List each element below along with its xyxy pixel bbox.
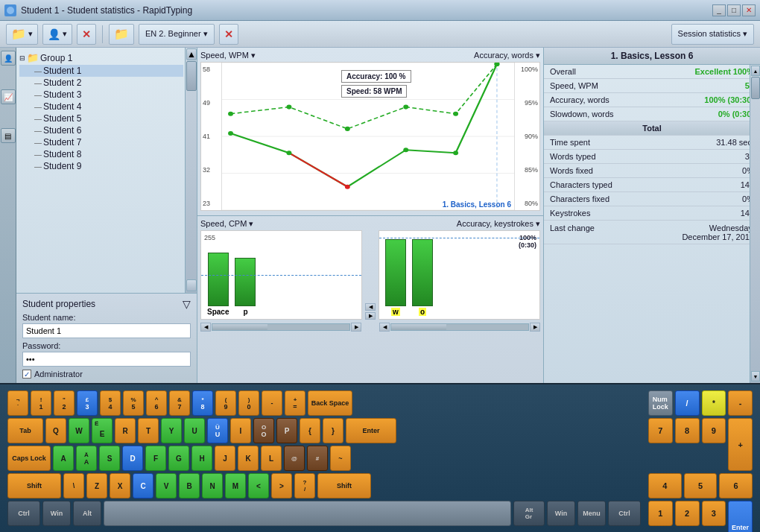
scroll-left-btn-2[interactable]: ◀	[379, 323, 390, 332]
scroll-track-right[interactable]	[390, 323, 529, 331]
key-o[interactable]: OO	[253, 418, 274, 443]
student-item-9[interactable]: — Student 9	[19, 160, 183, 172]
key-7[interactable]: &7	[169, 390, 190, 416]
numpad-7[interactable]: 7	[648, 418, 673, 443]
key-a[interactable]: A	[53, 446, 74, 471]
numpad-1[interactable]: 1	[648, 501, 673, 526]
key-ctrl-left[interactable]: Ctrl	[7, 501, 40, 526]
numpad-minus[interactable]: -	[728, 390, 753, 416]
window-controls[interactable]: _ □ ✕	[712, 4, 756, 16]
key-8[interactable]: *8	[192, 390, 213, 416]
numpad-3[interactable]: 3	[702, 501, 726, 526]
key-j[interactable]: J	[215, 446, 235, 471]
scroll-up-arrow[interactable]: ▲	[186, 48, 197, 60]
scroll-thumb-right[interactable]	[391, 324, 446, 330]
key-n[interactable]: N	[202, 473, 223, 498]
chart-icon-button[interactable]: 📈	[1, 89, 16, 104]
key-apostrophe[interactable]: #	[307, 446, 328, 471]
stats-scroll-up[interactable]: ▲	[751, 66, 760, 76]
key-alt-left[interactable]: Alt	[73, 501, 101, 526]
speed-wpm-title[interactable]: Speed, WPM ▾	[200, 51, 256, 60]
numpad-enter[interactable]: Enter	[728, 501, 753, 532]
key-win-left[interactable]: Win	[42, 501, 71, 526]
key-b[interactable]: B	[179, 473, 200, 498]
minimize-button[interactable]: _	[712, 4, 726, 16]
key-y[interactable]: Y	[161, 418, 182, 443]
maximize-button[interactable]: □	[727, 4, 741, 16]
close-button[interactable]: ✕	[742, 4, 756, 16]
course-folder-button[interactable]: 📁	[109, 24, 134, 45]
session-dropdown[interactable]: Session statistics ▾	[671, 24, 754, 45]
student-item-5[interactable]: — Student 5	[19, 113, 183, 124]
person-icon-button[interactable]: 👤	[1, 51, 16, 66]
key-z[interactable]: Z	[86, 473, 107, 498]
key-capslock[interactable]: Caps Lock	[7, 446, 51, 471]
scroll-track-left[interactable]	[212, 323, 350, 331]
scroll-thumb-left[interactable]	[212, 324, 267, 330]
numpad-plus[interactable]: +	[728, 418, 753, 471]
course-close-button[interactable]: ✕	[219, 24, 238, 45]
key-backspace[interactable]: Back Space	[308, 390, 352, 416]
key-9[interactable]: (9	[215, 390, 236, 416]
numpad-2[interactable]: 2	[675, 501, 700, 526]
key-u[interactable]: U	[184, 418, 205, 443]
scroll-down-arrow[interactable]	[186, 279, 197, 291]
accuracy-keystrokes-title[interactable]: Accuracy, keystrokes ▾	[457, 219, 540, 229]
key-d[interactable]: D	[122, 446, 143, 471]
numpad-5[interactable]: 5	[684, 473, 718, 498]
key-backtick[interactable]: ¬`	[7, 390, 28, 416]
key-h[interactable]: H	[191, 446, 212, 471]
numpad-slash[interactable]: /	[675, 390, 700, 416]
key-5[interactable]: %5	[123, 390, 144, 416]
key-close-bracket[interactable]: }	[323, 418, 343, 443]
key-comma[interactable]: <	[248, 473, 269, 498]
key-t[interactable]: T	[138, 418, 159, 443]
student-item-6[interactable]: — Student 6	[19, 124, 183, 136]
key-r[interactable]: R	[115, 418, 136, 443]
key-v[interactable]: V	[156, 473, 177, 498]
numpad-9[interactable]: 9	[702, 418, 726, 443]
student-item-1[interactable]: — Student 1	[19, 65, 183, 77]
key-s[interactable]: S	[99, 446, 120, 471]
key-backslash[interactable]: \	[63, 473, 84, 498]
student-item-8[interactable]: — Student 8	[19, 148, 183, 160]
profile-button[interactable]: 📁 ▾	[6, 24, 38, 45]
key-3[interactable]: £3	[77, 390, 98, 416]
numpad-asterisk[interactable]: *	[702, 390, 726, 416]
stats-scroll-thumb[interactable]	[751, 77, 760, 99]
key-0[interactable]: )0	[238, 390, 259, 416]
key-tab[interactable]: Tab	[7, 418, 43, 443]
student-item-7[interactable]: — Student 7	[19, 136, 183, 148]
key-c[interactable]: C	[133, 473, 153, 498]
speed-cpm-title[interactable]: Speed, CPM ▾	[200, 219, 253, 229]
key-1[interactable]: !1	[31, 390, 51, 416]
stats-scrollbar[interactable]: ▲ ▼	[750, 65, 760, 383]
key-2[interactable]: "2	[54, 390, 75, 416]
key-l[interactable]: L	[261, 446, 282, 471]
key-g[interactable]: G	[168, 446, 189, 471]
group-item[interactable]: ⊟ 📁 Group 1	[19, 51, 183, 65]
key-shift-right[interactable]: Shift	[317, 473, 371, 498]
key-u-umlaut[interactable]: ÜU	[207, 418, 228, 443]
key-x[interactable]: X	[110, 473, 130, 498]
accuracy-words-title[interactable]: Accuracy, words ▾	[474, 51, 540, 60]
stats-scroll-down[interactable]: ▼	[751, 371, 760, 381]
key-p[interactable]: P	[276, 418, 297, 443]
key-4[interactable]: $4	[100, 390, 121, 416]
key-ctrl-right[interactable]: Ctrl	[608, 501, 641, 526]
key-a-umlaut[interactable]: ÄA	[76, 446, 97, 471]
key-f[interactable]: F	[145, 446, 166, 471]
numpad-numlock[interactable]: NumLock	[648, 390, 673, 416]
left-arrow-btn[interactable]: ◀	[365, 303, 376, 311]
key-shift-left[interactable]: Shift	[7, 473, 61, 498]
scroll-right-btn[interactable]: ▶	[351, 323, 361, 332]
key-w[interactable]: W	[69, 418, 89, 443]
key-open-bracket[interactable]: {	[300, 418, 320, 443]
key-i[interactable]: I	[230, 418, 251, 443]
numpad-6[interactable]: 6	[719, 473, 753, 498]
key-menu[interactable]: Menu	[577, 501, 606, 526]
key-win-right[interactable]: Win	[547, 501, 575, 526]
key-q[interactable]: Q	[45, 418, 66, 443]
numpad-8[interactable]: 8	[675, 418, 700, 443]
key-k[interactable]: K	[238, 446, 259, 471]
